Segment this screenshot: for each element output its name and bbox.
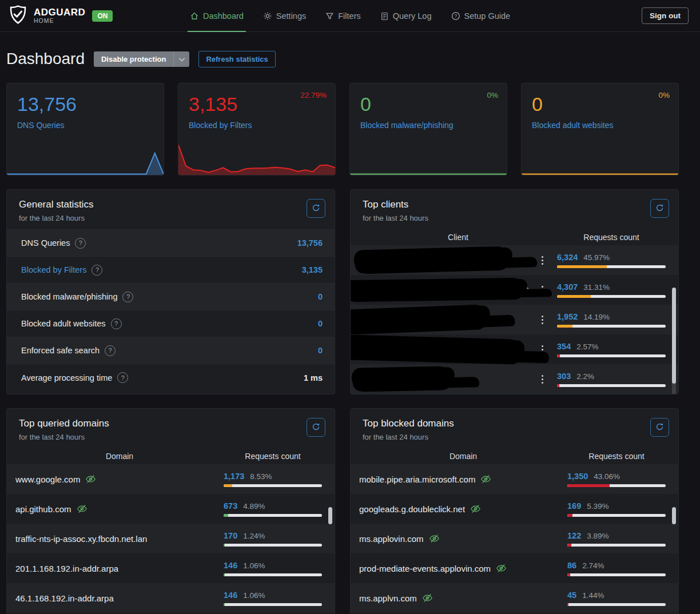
statistics-row: Blocked adult websites ? 0 bbox=[7, 310, 335, 337]
requests-count: 4,307 bbox=[557, 282, 578, 292]
domain-name: ms.applovin.com bbox=[359, 534, 424, 544]
requests-count: 170 bbox=[224, 531, 237, 540]
statistics-value: 13,756 bbox=[297, 238, 323, 248]
domain-name: www.google.com bbox=[15, 475, 80, 484]
nav-item[interactable]: Settings bbox=[263, 0, 306, 32]
eye-off-icon bbox=[480, 474, 492, 484]
stat-percent: 22.79% bbox=[300, 91, 327, 99]
card-title: General statistics bbox=[19, 199, 93, 210]
domain-name: googleads.g.doubleclick.net bbox=[359, 504, 465, 514]
disable-protection-dropdown-button[interactable] bbox=[173, 51, 189, 67]
redacted-client-name bbox=[350, 334, 522, 365]
statistics-label: Blocked adult websites bbox=[21, 319, 106, 328]
table-row: ms.applovin.com 122 bbox=[351, 524, 678, 553]
sign-out-button[interactable]: Sign out bbox=[642, 7, 689, 24]
card-subtitle: for the last 24 hours bbox=[19, 214, 93, 222]
statistics-label: Average processing time bbox=[21, 373, 112, 382]
requests-percent: 3.89% bbox=[587, 532, 608, 540]
scrollbar-thumb[interactable] bbox=[328, 507, 332, 524]
statistics-label: DNS Queries bbox=[21, 238, 70, 248]
statistics-label: Blocked by Filters bbox=[21, 265, 86, 274]
nav-item[interactable]: Query Log bbox=[380, 0, 432, 32]
help-icon[interactable]: ? bbox=[92, 265, 102, 276]
requests-bar bbox=[557, 265, 666, 268]
domain-name: ms.applvn.com bbox=[359, 593, 417, 603]
requests-count: 354 bbox=[557, 342, 571, 351]
requests-count: 122 bbox=[567, 531, 581, 540]
column-header-requests-count: Requests count bbox=[567, 452, 666, 461]
nav-item[interactable]: ? Setup Guide bbox=[451, 0, 510, 32]
funnel-icon bbox=[325, 12, 334, 21]
adguard-logo[interactable]: ADGUARD HOME bbox=[8, 5, 85, 27]
requests-count: 169 bbox=[567, 501, 581, 511]
scrollbar-thumb[interactable] bbox=[672, 507, 676, 524]
refresh-button[interactable] bbox=[307, 199, 325, 218]
table-row: mobile.pipe.aria.microsoft.com bbox=[351, 464, 678, 494]
redacted-client-name bbox=[352, 366, 452, 392]
help-icon[interactable]: ? bbox=[122, 292, 133, 302]
refresh-button[interactable] bbox=[650, 199, 669, 218]
card-subtitle: for the last 24 hours bbox=[363, 214, 428, 222]
requests-bar bbox=[567, 484, 666, 487]
row-menu-button[interactable] bbox=[536, 256, 548, 265]
svg-text:?: ? bbox=[454, 13, 457, 19]
requests-percent: 8.53% bbox=[250, 472, 272, 481]
refresh-statistics-button[interactable]: Refresh statistics bbox=[198, 51, 275, 67]
stat-label-link[interactable]: Blocked by Filters bbox=[189, 121, 252, 130]
domain-name: api.github.com bbox=[15, 504, 71, 514]
app-header: ADGUARD HOME ON Dashboard Settings Filte… bbox=[0, 0, 700, 32]
document-icon bbox=[380, 12, 389, 21]
column-header-client: Client bbox=[359, 233, 557, 242]
stat-label-link[interactable]: Blocked malware/phishing bbox=[360, 121, 454, 130]
requests-bar bbox=[567, 573, 666, 576]
scrollbar[interactable] bbox=[672, 288, 676, 394]
scrollbar[interactable] bbox=[672, 507, 676, 614]
nav-item[interactable]: Filters bbox=[325, 0, 360, 32]
row-menu-button[interactable] bbox=[536, 375, 548, 384]
logo-title: ADGUARD bbox=[34, 7, 85, 18]
requests-bar bbox=[557, 325, 666, 328]
table-row: 6,324 45.97% bbox=[351, 245, 678, 275]
scrollbar[interactable] bbox=[328, 507, 332, 614]
refresh-button[interactable] bbox=[307, 418, 325, 437]
top-clients-card: Top clients for the last 24 hours Client… bbox=[350, 189, 679, 394]
stat-card: 0 Blocked malware/phishing 0% bbox=[349, 83, 507, 176]
statistics-row: Blocked malware/phishing ? 0 bbox=[7, 284, 335, 310]
top-queried-domains-card: Top queried domains for the last 24 hour… bbox=[6, 408, 335, 614]
stat-label-link[interactable]: Blocked adult websites bbox=[532, 121, 613, 130]
column-header-requests-count: Requests count bbox=[557, 233, 666, 242]
requests-bar bbox=[567, 603, 666, 606]
help-icon[interactable]: ? bbox=[117, 372, 128, 383]
domain-name: 46.1.168.192.in-addr.arpa bbox=[15, 593, 114, 603]
row-menu-button[interactable] bbox=[536, 286, 548, 294]
refresh-icon bbox=[312, 204, 320, 214]
requests-count: 146 bbox=[224, 561, 237, 570]
eye-off-icon bbox=[421, 593, 433, 603]
stat-value: 0 bbox=[360, 93, 496, 115]
card-subtitle: for the last 24 hours bbox=[19, 433, 109, 441]
main-nav: Dashboard Settings Filters Query Log ? S… bbox=[190, 0, 510, 32]
stat-percent: 0% bbox=[487, 91, 498, 99]
help-icon[interactable]: ? bbox=[105, 345, 116, 356]
stat-label-link[interactable]: DNS Queries bbox=[17, 121, 64, 130]
requests-bar bbox=[567, 544, 666, 547]
statistics-value: 0 bbox=[318, 319, 323, 328]
row-menu-button[interactable] bbox=[536, 316, 548, 324]
scrollbar-thumb[interactable] bbox=[672, 288, 676, 384]
general-statistics-card: General statistics for the last 24 hours… bbox=[6, 189, 335, 394]
help-icon[interactable]: ? bbox=[111, 318, 122, 329]
nav-item[interactable]: Dashboard bbox=[190, 0, 244, 32]
domain-name: traffic-nts-ip-assoc.xy.fbcdn.net.lan bbox=[15, 534, 147, 544]
requests-percent: 31.31% bbox=[583, 283, 610, 292]
refresh-button[interactable] bbox=[650, 418, 669, 437]
requests-percent: 45.97% bbox=[583, 253, 610, 262]
disable-protection-button[interactable]: Disable protection bbox=[94, 51, 173, 67]
help-icon[interactable]: ? bbox=[75, 238, 86, 249]
row-menu-button[interactable] bbox=[536, 345, 548, 354]
statistics-label: Blocked malware/phishing bbox=[21, 292, 117, 301]
requests-count: 1,952 bbox=[557, 312, 578, 321]
card-title: Top clients bbox=[363, 199, 428, 210]
requests-percent: 2.2% bbox=[576, 372, 594, 381]
eye-off-icon bbox=[470, 504, 482, 514]
requests-percent: 1.06% bbox=[243, 561, 265, 570]
